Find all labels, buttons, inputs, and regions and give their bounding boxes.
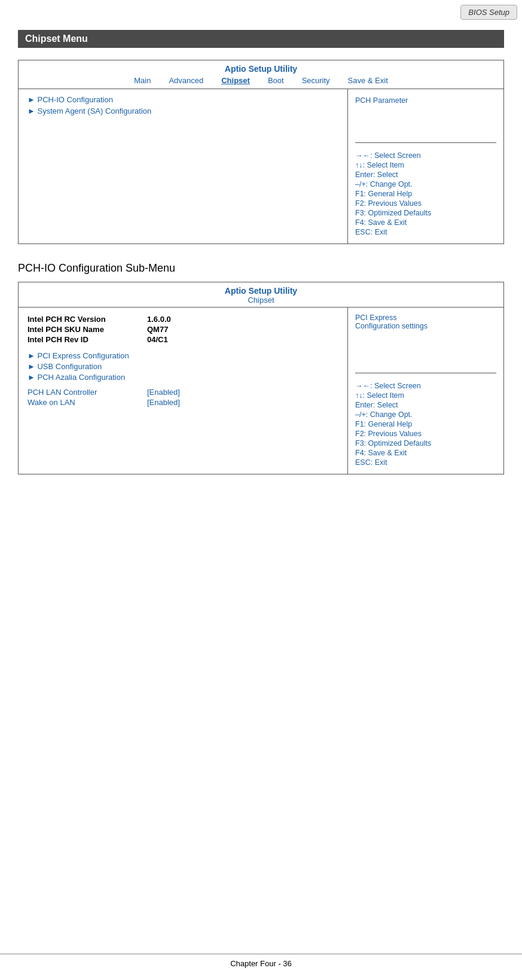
- system-agent-config-item[interactable]: ► System Agent (SA) Configuration: [28, 106, 338, 115]
- table1-body: ► PCH-IO Configuration ► System Agent (S…: [19, 89, 503, 244]
- rc-version-label: Intel PCH RC Version: [28, 315, 147, 324]
- table1-right-top: PCH Parameter: [355, 95, 496, 143]
- table2-right-top: PCI Express Configuration settings: [355, 314, 496, 373]
- table1-right: PCH Parameter →←: Select Screen ↑↓: Sele…: [348, 89, 503, 244]
- help-esc-1: ESC: Exit: [355, 228, 496, 236]
- usb-config-item[interactable]: ► USB Configuration: [28, 362, 338, 371]
- table2-left: Intel PCH RC Version 1.6.0.0 Intel PCH S…: [19, 308, 348, 474]
- rc-version-value: 1.6.0.0: [147, 315, 171, 324]
- help-f2-1: F2: Previous Values: [355, 199, 496, 208]
- pch-parameter-text: PCH Parameter: [355, 96, 408, 105]
- help-select-item-2: ↑↓: Select Item: [355, 391, 496, 400]
- pch-lan-label: PCH LAN Controller: [28, 388, 147, 397]
- info-row-sku: Intel PCH SKU Name QM77: [28, 325, 338, 334]
- table2-right: PCI Express Configuration settings →←: S…: [348, 308, 503, 474]
- pch-submenu-table: Aptio Setup Utility Chipset Intel PCH RC…: [18, 282, 504, 474]
- page-footer: Chapter Four - 36: [0, 954, 522, 968]
- rev-id-value: 04/C1: [147, 335, 168, 344]
- help-f3-2: F3: Optimized Defaults: [355, 439, 496, 448]
- help-change-opt-2: –/+: Change Opt.: [355, 410, 496, 419]
- help-f1-1: F1: General Help: [355, 190, 496, 198]
- help-f1-2: F1: General Help: [355, 420, 496, 428]
- help-change-opt-1: –/+: Change Opt.: [355, 180, 496, 188]
- nav-row-1: Main Advanced Chipset Boot Security Save…: [19, 74, 503, 87]
- chipset-subtitle: Chipset: [19, 296, 503, 305]
- help-select-screen-2: →←: Select Screen: [355, 382, 496, 390]
- nav-main[interactable]: Main: [134, 76, 151, 85]
- table1-header: Aptio Setup Utility Main Advanced Chipse…: [19, 60, 503, 89]
- sku-name-label: Intel PCH SKU Name: [28, 325, 147, 334]
- chipset-menu-table: Aptio Setup Utility Main Advanced Chipse…: [18, 60, 504, 244]
- pch-lan-value[interactable]: [Enabled]: [147, 388, 180, 397]
- pch-azalia-config-item[interactable]: ► PCH Azalia Configuration: [28, 373, 338, 382]
- help-f3-1: F3: Optimized Defaults: [355, 209, 496, 217]
- sku-name-value: QM77: [147, 325, 168, 334]
- help-f2-2: F2: Previous Values: [355, 430, 496, 438]
- table2-body: Intel PCH RC Version 1.6.0.0 Intel PCH S…: [19, 308, 503, 474]
- help-enter-2: Enter: Select: [355, 401, 496, 409]
- pci-express-config-text: PCI Express Configuration settings: [355, 314, 496, 330]
- pci-express-config-item[interactable]: ► PCI Express Configuration: [28, 351, 338, 360]
- chipset-menu-header: Chipset Menu: [18, 30, 504, 48]
- pch-submenu-title: PCH-IO Configuration Sub-Menu: [18, 262, 504, 275]
- utility-title-1: Aptio Setup Utility: [19, 64, 503, 74]
- nav-security[interactable]: Security: [302, 76, 330, 85]
- help-f4-2: F4: Save & Exit: [355, 449, 496, 457]
- nav-advanced[interactable]: Advanced: [169, 76, 203, 85]
- wake-on-lan-label: Wake on LAN: [28, 398, 147, 407]
- info-row-rev: Intel PCH Rev ID 04/C1: [28, 335, 338, 344]
- rev-id-label: Intel PCH Rev ID: [28, 335, 147, 344]
- pch-io-config-item[interactable]: ► PCH-IO Configuration: [28, 95, 338, 104]
- bios-setup-tab: BIOS Setup: [460, 5, 517, 20]
- table2-right-bottom: →←: Select Screen ↑↓: Select Item Enter:…: [355, 379, 496, 468]
- nav-chipset[interactable]: Chipset: [221, 76, 250, 85]
- table1-right-bottom: →←: Select Screen ↑↓: Select Item Enter:…: [355, 149, 496, 238]
- wake-on-lan-row: Wake on LAN [Enabled]: [28, 398, 338, 407]
- help-f4-1: F4: Save & Exit: [355, 218, 496, 227]
- table1-left: ► PCH-IO Configuration ► System Agent (S…: [19, 89, 348, 244]
- nav-boot[interactable]: Boot: [268, 76, 284, 85]
- help-enter-1: Enter: Select: [355, 171, 496, 179]
- utility-title-2: Aptio Setup Utility: [19, 286, 503, 296]
- pch-lan-controller-row: PCH LAN Controller [Enabled]: [28, 388, 338, 397]
- info-row-rc: Intel PCH RC Version 1.6.0.0: [28, 315, 338, 324]
- help-esc-2: ESC: Exit: [355, 458, 496, 467]
- nav-save-exit[interactable]: Save & Exit: [348, 76, 388, 85]
- wake-on-lan-value[interactable]: [Enabled]: [147, 398, 180, 407]
- table2-header: Aptio Setup Utility Chipset: [19, 282, 503, 308]
- help-select-item-1: ↑↓: Select Item: [355, 161, 496, 169]
- help-select-screen-1: →←: Select Screen: [355, 151, 496, 160]
